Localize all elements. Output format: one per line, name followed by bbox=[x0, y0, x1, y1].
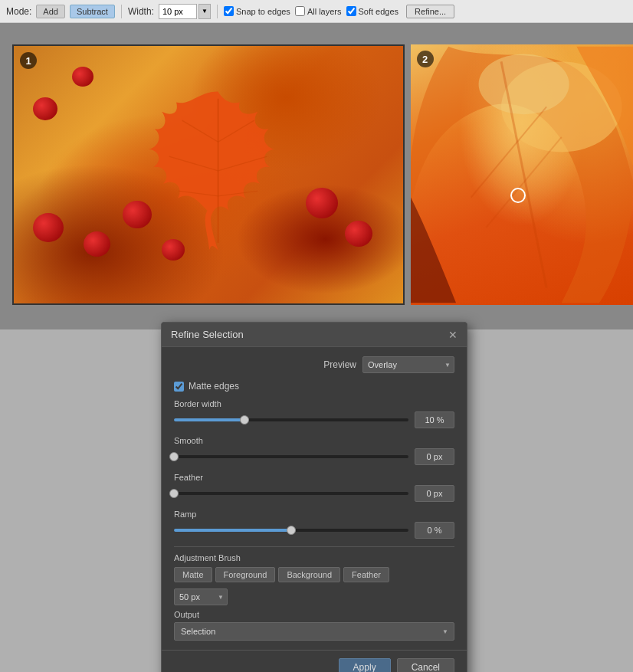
mode-label: Mode: bbox=[6, 6, 31, 17]
brush-size-select[interactable]: 50 px 10 px 25 px 100 px bbox=[174, 588, 228, 605]
all-layers-checkbox-label[interactable]: All layers bbox=[295, 6, 342, 16]
feather-label: Feather bbox=[174, 473, 454, 482]
smooth-section: Smooth 0 px bbox=[174, 436, 454, 465]
border-width-value: 10 % bbox=[415, 411, 454, 428]
preview-select[interactable]: None Overlay On Black On White On Gray bbox=[362, 356, 454, 373]
preview-row: Preview None Overlay On Black On White O… bbox=[174, 356, 454, 373]
all-layers-checkbox[interactable] bbox=[295, 6, 305, 16]
feather-section: Feather 0 px bbox=[174, 473, 454, 502]
apple-2 bbox=[84, 231, 110, 257]
autumn-image bbox=[14, 46, 403, 303]
size-select-wrapper: 50 px 10 px 25 px 100 px bbox=[174, 588, 228, 605]
closeup-image bbox=[411, 44, 633, 305]
matte-edges-checkbox[interactable] bbox=[174, 382, 184, 392]
snap-to-edges-checkbox[interactable] bbox=[224, 6, 234, 16]
smooth-slider[interactable] bbox=[174, 450, 408, 464]
feather-row: 0 px bbox=[174, 485, 454, 502]
refine-selection-dialog: Refine Selection ✕ Preview None Overlay … bbox=[161, 322, 467, 672]
border-width-section: Border width 10 % bbox=[174, 399, 454, 428]
feather-brush-button[interactable]: Feather bbox=[343, 567, 389, 582]
cancel-button[interactable]: Cancel bbox=[397, 658, 454, 672]
snap-to-edges-label: Snap to edges bbox=[236, 7, 290, 16]
ramp-label: Ramp bbox=[174, 510, 454, 519]
soft-edges-label: Soft edges bbox=[359, 7, 399, 16]
apple-6 bbox=[345, 221, 372, 247]
refine-button[interactable]: Refine... bbox=[406, 5, 454, 18]
apple-8 bbox=[72, 67, 93, 87]
ramp-value: 0 % bbox=[415, 522, 454, 539]
feather-slider[interactable] bbox=[174, 487, 408, 500]
canvas-area: 1 bbox=[0, 23, 633, 329]
image-panel-2: 2 bbox=[411, 44, 633, 305]
smooth-track bbox=[174, 455, 408, 458]
feather-track bbox=[174, 492, 408, 495]
snap-to-edges-checkbox-label[interactable]: Snap to edges bbox=[224, 6, 290, 16]
output-select-wrapper: Selection Layer Mask New Layer New Layer… bbox=[174, 622, 454, 641]
feather-thumb[interactable] bbox=[169, 489, 179, 498]
svg-point-9 bbox=[478, 54, 569, 115]
maple-leaf bbox=[111, 84, 325, 264]
matte-brush-button[interactable]: Matte bbox=[174, 567, 212, 582]
foreground-brush-button[interactable]: Foreground bbox=[215, 567, 276, 582]
output-label: Output bbox=[174, 610, 454, 619]
matte-edges-row: Matte edges bbox=[174, 381, 454, 392]
preview-select-wrapper: None Overlay On Black On White On Gray bbox=[362, 356, 454, 373]
output-select[interactable]: Selection Layer Mask New Layer New Layer… bbox=[174, 622, 454, 641]
apple-7 bbox=[33, 97, 57, 120]
ramp-section: Ramp 0 % bbox=[174, 510, 454, 539]
smooth-label: Smooth bbox=[174, 436, 454, 445]
feather-value: 0 px bbox=[415, 485, 454, 502]
panel-1-number: 1 bbox=[20, 52, 37, 69]
border-width-label: Border width bbox=[174, 399, 454, 408]
divider bbox=[174, 546, 454, 547]
ramp-slider[interactable] bbox=[174, 523, 408, 537]
all-layers-label: All layers bbox=[307, 7, 342, 16]
width-select: ▼ bbox=[159, 4, 211, 19]
border-width-row: 10 % bbox=[174, 411, 454, 428]
border-width-slider[interactable] bbox=[174, 413, 408, 427]
add-button[interactable]: Add bbox=[36, 5, 65, 18]
subtract-button[interactable]: Subtract bbox=[70, 5, 115, 18]
border-width-track bbox=[174, 418, 408, 421]
apply-button[interactable]: Apply bbox=[339, 658, 391, 672]
matte-edges-label: Matte edges bbox=[189, 381, 239, 392]
smooth-thumb[interactable] bbox=[169, 452, 179, 461]
ramp-fill bbox=[174, 529, 291, 532]
smooth-value: 0 px bbox=[415, 448, 454, 465]
width-input[interactable] bbox=[159, 4, 197, 19]
ramp-row: 0 % bbox=[174, 522, 454, 539]
preview-label: Preview bbox=[323, 359, 356, 370]
dialog-body: Preview None Overlay On Black On White O… bbox=[162, 347, 467, 650]
panel-2-number: 2 bbox=[417, 51, 434, 67]
border-width-thumb[interactable] bbox=[240, 415, 249, 425]
width-label: Width: bbox=[128, 6, 154, 17]
width-dropdown-arrow[interactable]: ▼ bbox=[198, 4, 211, 19]
dialog-close-button[interactable]: ✕ bbox=[448, 329, 458, 340]
brush-buttons-row: Matte Foreground Background Feather bbox=[174, 567, 454, 582]
border-width-fill bbox=[174, 418, 244, 421]
toolbar: Mode: Add Subtract Width: ▼ Snap to edge… bbox=[0, 0, 633, 23]
ramp-track bbox=[174, 529, 408, 532]
separator2 bbox=[217, 5, 218, 18]
dialog-title-bar: Refine Selection ✕ bbox=[162, 323, 467, 347]
image-panel-1: 1 bbox=[12, 44, 405, 305]
dialog-footer: Apply Cancel bbox=[162, 650, 467, 672]
ramp-thumb[interactable] bbox=[287, 526, 296, 535]
smooth-row: 0 px bbox=[174, 448, 454, 465]
background-brush-button[interactable]: Background bbox=[278, 567, 340, 582]
separator bbox=[121, 5, 122, 18]
apple-1 bbox=[33, 213, 64, 242]
adj-brush-label: Adjustment Brush bbox=[174, 553, 454, 562]
soft-edges-checkbox-label[interactable]: Soft edges bbox=[346, 6, 399, 16]
soft-edges-checkbox[interactable] bbox=[346, 6, 356, 16]
dialog-title: Refine Selection bbox=[171, 329, 244, 340]
